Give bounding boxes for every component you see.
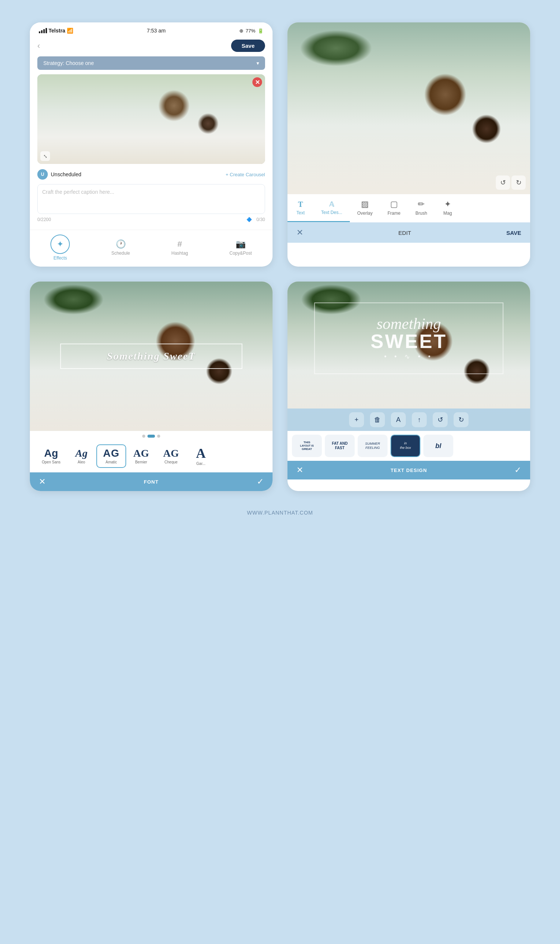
design-fatfast[interactable]: FAT AND FAST xyxy=(325,435,355,457)
chevron-down-icon: ▾ xyxy=(257,60,259,66)
undo-redo-bar: ↺ ↻ xyxy=(496,176,526,190)
font-button[interactable]: A xyxy=(391,412,406,427)
add-text-button[interactable]: + xyxy=(349,412,364,427)
dot-3 xyxy=(157,435,160,437)
text-overlay-box[interactable]: Something SweeT xyxy=(60,343,242,369)
create-carousel-button[interactable]: + Create Carousel xyxy=(226,172,265,177)
text-design-close-button[interactable]: ✕ xyxy=(297,465,303,475)
tool-text-design[interactable]: 𝔸 Text Des... xyxy=(314,194,350,222)
editor-save-button[interactable]: SAVE xyxy=(506,229,521,236)
font-opensans[interactable]: Ag Open Sans xyxy=(36,445,66,467)
brush-icon: ✏ xyxy=(418,199,425,209)
font-bar-label: FONT xyxy=(144,479,158,485)
resize-button[interactable]: ⤡ xyxy=(40,151,50,161)
photo-area: ✕ ⤡ xyxy=(37,74,265,164)
top-nav: ‹ Save xyxy=(30,37,272,56)
font-bernier[interactable]: AG Bernier xyxy=(126,445,156,467)
text-tool-icon: T xyxy=(298,200,303,209)
phone-card-1: Telstra 📶 7:53 am ⊕ 77% 🔋 ‹ Save Strateg… xyxy=(30,22,272,266)
editor-photo-bg xyxy=(288,22,530,194)
fancy-dots: • • ∿ • • xyxy=(323,353,495,361)
redo-btn-4[interactable]: ↻ xyxy=(454,412,469,427)
tool-magic[interactable]: ✦ Mag xyxy=(435,194,461,222)
editor-close-button[interactable]: ✕ xyxy=(297,228,303,237)
magic-icon: ✦ xyxy=(444,199,451,209)
font-confirm-button[interactable]: ✓ xyxy=(257,477,263,487)
font-selector: Ag Open Sans Ag Aleo AG Amatic AG Bernie… xyxy=(30,440,272,472)
tool-brush[interactable]: ✏ Brush xyxy=(408,194,435,222)
font-cheque[interactable]: AG Cheque xyxy=(156,445,186,467)
schedule-icon: 🕐 xyxy=(116,239,126,249)
upload-button[interactable]: ↑ xyxy=(412,412,427,427)
frame-label: Frame xyxy=(388,211,401,216)
design-fri-text: bl xyxy=(435,442,441,450)
design-fri[interactable]: bl xyxy=(423,435,453,457)
dot-1 xyxy=(142,435,145,437)
text-overlay-box-4[interactable]: something SWEET • • ∿ • • xyxy=(314,302,504,374)
fancy-text-container: something SWEET • • ∿ • • xyxy=(323,308,495,368)
battery-icon: 🔋 xyxy=(258,28,263,34)
caption-input[interactable]: Craft the perfect caption here... xyxy=(37,184,265,214)
tab-bar: ✦ Effects 🕐 Schedule # Hashtag 📷 Copy&Po… xyxy=(30,229,272,266)
strategy-dropdown[interactable]: Strategy: Choose one ▾ xyxy=(37,56,265,70)
font-gar-letter: A xyxy=(196,447,206,460)
tool-overlay[interactable]: ▨ Overlay xyxy=(350,194,380,222)
undo-btn-4[interactable]: ↺ xyxy=(433,412,448,427)
design-summer[interactable]: SUMMER FEELING xyxy=(358,435,388,457)
tab-copynpost[interactable]: 📷 Copy&Post xyxy=(229,239,252,256)
undo-button[interactable]: ↺ xyxy=(496,176,510,190)
schedule-label: Unscheduled xyxy=(51,171,82,177)
magic-label: Mag xyxy=(443,211,452,216)
text-design-card: something SWEET • • ∿ • • + 🗑 A ↑ ↺ ↻ TH… xyxy=(288,282,530,491)
hashtag-icon-small: 🔷 xyxy=(246,217,252,222)
wifi-icon: 📶 xyxy=(67,28,73,34)
design-layout-text: THIS LAYOUT IS GREAT xyxy=(300,440,314,451)
battery-label: 77% xyxy=(246,28,255,34)
text-design-action-bar: ✕ TEXT DESIGN ✓ xyxy=(288,461,530,479)
back-button[interactable]: ‹ xyxy=(37,41,40,51)
editor-toolbar: + 🗑 A ↑ ↺ ↻ xyxy=(288,408,530,431)
editor-photo: ↺ ↻ xyxy=(288,22,530,194)
tab-hashtag[interactable]: # Hashtag xyxy=(171,239,188,256)
tab-effects[interactable]: ✦ Effects xyxy=(51,234,70,261)
editor-action-bar: ✕ EDIT SAVE xyxy=(288,223,530,243)
remove-photo-button[interactable]: ✕ xyxy=(252,77,262,87)
text-design-confirm-button[interactable]: ✓ xyxy=(514,465,521,475)
carrier-signal: Telstra 📶 xyxy=(39,28,73,34)
overlay-icon: ▨ xyxy=(361,199,369,209)
design-inthebox-text: in the box xyxy=(391,436,420,456)
font-gar[interactable]: A Gar... xyxy=(186,444,216,469)
fancy-line1: something xyxy=(323,316,495,332)
font-amatic-letter: AG xyxy=(103,448,120,459)
redo-button[interactable]: ↻ xyxy=(511,176,526,190)
font-aleo[interactable]: Ag Aleo xyxy=(66,445,96,467)
tool-bar: T Text 𝔸 Text Des... ▨ Overlay ▢ Frame ✏… xyxy=(288,194,530,223)
font-bernier-name: Bernier xyxy=(135,460,147,464)
tool-frame[interactable]: ▢ Frame xyxy=(380,194,408,222)
camera-icon: 📷 xyxy=(235,239,246,249)
tool-text[interactable]: T Text xyxy=(288,194,314,222)
tab-schedule[interactable]: 🕐 Schedule xyxy=(111,239,130,256)
design-layout[interactable]: THIS LAYOUT IS GREAT xyxy=(292,435,322,457)
schedule-row: U Unscheduled + Create Carousel xyxy=(30,164,272,181)
carrier-label: Telstra xyxy=(49,28,65,34)
text-tool-label: Text xyxy=(297,210,305,216)
design-inthebox[interactable]: in the box xyxy=(391,435,420,457)
dot-2[interactable] xyxy=(148,435,155,437)
brush-label: Brush xyxy=(415,211,427,216)
caption-placeholder: Craft the perfect caption here... xyxy=(42,189,114,195)
design-fatfast-text: FAT AND FAST xyxy=(332,441,348,450)
font-cheque-name: Cheque xyxy=(165,460,178,464)
avatar: U xyxy=(37,169,48,180)
caption-count: 0/2200 xyxy=(37,217,51,222)
font-bernier-letter: AG xyxy=(133,448,149,459)
photo-editor-card: ↺ ↻ T Text 𝔸 Text Des... ▨ Overlay ▢ Fra… xyxy=(288,22,530,266)
delete-button[interactable]: 🗑 xyxy=(370,412,385,427)
text-design-bar-label: TEXT DESIGN xyxy=(391,468,427,473)
location-icon: ⊕ xyxy=(239,28,243,34)
overlay-label: Overlay xyxy=(357,211,372,216)
font-close-button[interactable]: ✕ xyxy=(39,477,46,487)
font-amatic[interactable]: AG Amatic xyxy=(96,444,126,468)
hashtag-count: 0/30 xyxy=(257,217,265,222)
save-button[interactable]: Save xyxy=(231,40,265,52)
